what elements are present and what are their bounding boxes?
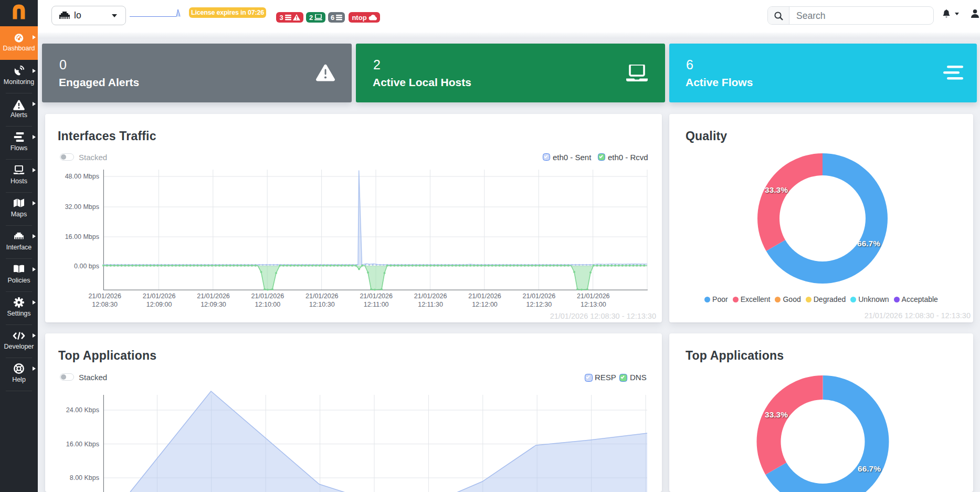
svg-text:21/01/2026: 21/01/2026 xyxy=(414,292,447,300)
svg-text:12:11:30: 12:11:30 xyxy=(418,301,443,308)
svg-text:66.7%: 66.7% xyxy=(858,464,881,473)
svg-text:66.7%: 66.7% xyxy=(857,239,880,248)
svg-text:32.00 Mbps: 32.00 Mbps xyxy=(65,203,99,211)
svg-text:8.00 Kbps: 8.00 Kbps xyxy=(70,474,99,481)
svg-text:21/01/2026: 21/01/2026 xyxy=(197,292,230,300)
svg-text:21/01/2026: 21/01/2026 xyxy=(143,292,176,300)
svg-text:12:12:30: 12:12:30 xyxy=(526,301,552,308)
svg-text:21/01/2026: 21/01/2026 xyxy=(577,292,610,300)
svg-text:16.00 Mbps: 16.00 Mbps xyxy=(65,233,99,240)
svg-text:21/01/2026: 21/01/2026 xyxy=(305,292,339,300)
svg-text:21/01/2026: 21/01/2026 xyxy=(88,292,121,300)
svg-text:33.3%: 33.3% xyxy=(765,185,788,194)
svg-text:12:08:30: 12:08:30 xyxy=(92,301,118,308)
svg-text:21/01/2026: 21/01/2026 xyxy=(251,292,284,300)
svg-text:12:11:00: 12:11:00 xyxy=(364,301,389,308)
svg-text:12:09:30: 12:09:30 xyxy=(201,301,226,308)
svg-text:12:13:00: 12:13:00 xyxy=(581,301,606,308)
svg-text:33.3%: 33.3% xyxy=(765,410,788,419)
svg-text:12:10:30: 12:10:30 xyxy=(309,301,335,308)
svg-text:12:10:00: 12:10:00 xyxy=(255,301,281,308)
svg-text:12:12:00: 12:12:00 xyxy=(472,301,498,308)
svg-text:21/01/2026: 21/01/2026 xyxy=(468,292,501,300)
svg-text:16.00 Kbps: 16.00 Kbps xyxy=(66,441,99,448)
svg-text:21/01/2026: 21/01/2026 xyxy=(360,292,393,300)
svg-text:48.00 Mbps: 48.00 Mbps xyxy=(65,173,99,180)
svg-text:0.00 bps: 0.00 bps xyxy=(74,263,99,270)
svg-text:21/01/2026: 21/01/2026 xyxy=(523,292,556,300)
svg-text:24.00 Kbps: 24.00 Kbps xyxy=(66,406,99,414)
svg-text:12:09:00: 12:09:00 xyxy=(146,301,172,308)
